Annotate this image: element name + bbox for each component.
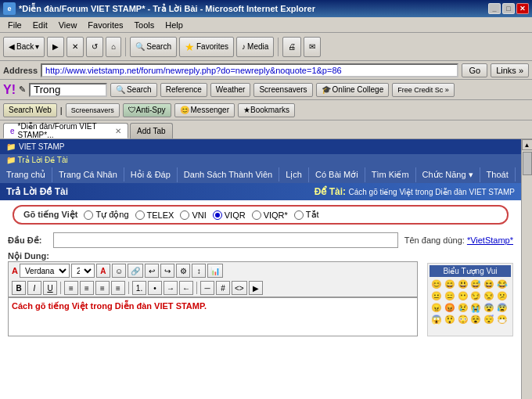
emoji-item[interactable]: 😕 [497, 290, 508, 301]
emoji-item[interactable]: 😂 [497, 279, 508, 289]
bold-button[interactable]: B [12, 281, 26, 295]
go-button[interactable]: Go [462, 63, 487, 77]
nav-hoi-dap[interactable]: Hỏi & Đáp [124, 167, 178, 182]
hr-button[interactable]: ─ [200, 281, 214, 295]
nav-danh-sach[interactable]: Danh Sách Thành Viên [178, 167, 279, 182]
reference-pill[interactable]: Reference [160, 83, 207, 97]
radio-tat[interactable]: Tắt [294, 210, 319, 220]
screensavers2-pill[interactable]: Screensavers [66, 103, 120, 117]
menu-view[interactable]: View [54, 19, 82, 31]
messenger-button[interactable]: 😊 Messenger [174, 103, 235, 117]
emoji-item[interactable]: 😊 [431, 279, 442, 289]
refresh-button[interactable]: ↺ [86, 37, 103, 57]
forward-button[interactable]: ▶ [47, 37, 64, 57]
nav-chuc-nang[interactable]: Chức Năng ▾ [416, 167, 480, 182]
active-tab[interactable]: e *Diễn đàn/Forum VIET STAMP*... ✕ [3, 123, 128, 138]
scroll-up-arrow[interactable]: ▲ [522, 139, 533, 150]
emoji-item[interactable]: 😅 [470, 279, 481, 289]
online-college-pill[interactable]: 🎓 Online College [316, 83, 390, 97]
menu-favorites[interactable]: Favorites [83, 19, 128, 31]
menu-file[interactable]: File [3, 19, 27, 31]
username-link[interactable]: *VietStamp* [467, 235, 513, 245]
size-select[interactable]: 2 [71, 264, 95, 278]
media-insert-button[interactable]: ▶ [249, 281, 263, 295]
nav-co-bai-moi[interactable]: Có Bài Mới [309, 167, 365, 182]
align-right-button[interactable]: ≡ [95, 281, 110, 295]
maximize-button[interactable]: □ [502, 3, 515, 14]
emoji-item[interactable]: 😵 [470, 314, 481, 325]
media-button[interactable]: ♪ Media [236, 37, 274, 57]
radio-viqr-star-btn[interactable] [252, 210, 261, 220]
menu-help[interactable]: Help [160, 19, 188, 31]
radio-vni-btn[interactable] [180, 210, 189, 220]
tab-close-button[interactable]: ✕ [115, 127, 121, 135]
emoji-item[interactable]: 😑 [444, 290, 455, 301]
add-tab-button[interactable]: Add Tab [130, 123, 173, 138]
font-select[interactable]: Verdana [20, 264, 70, 278]
nav-lich[interactable]: Lịch [279, 167, 309, 182]
free-credit-pill[interactable]: Free Credit Sc » [392, 83, 455, 97]
emoji-item[interactable]: 😨 [483, 302, 494, 313]
back-button[interactable]: ◀ Back ▾ [3, 37, 45, 57]
color-button[interactable]: A [96, 264, 110, 278]
radio-viqr-star[interactable]: VIQR* [252, 210, 288, 220]
emoji-item[interactable]: 😄 [444, 279, 455, 289]
links-button[interactable]: Links » [491, 63, 529, 77]
emoji-item[interactable]: 😰 [497, 302, 508, 313]
radio-vni[interactable]: VNI [180, 210, 206, 220]
link-button[interactable]: 🔗 [128, 264, 143, 278]
emoji-item[interactable]: 😐 [431, 290, 442, 301]
search-web-button[interactable]: Search Web [3, 103, 57, 117]
nav-tim-kiem[interactable]: Tìm Kiếm [365, 167, 416, 182]
radio-tu-dong[interactable]: Tự động [84, 210, 128, 220]
emoji-item[interactable]: 😷 [497, 314, 508, 325]
weather-pill[interactable]: Weather [210, 83, 251, 97]
radio-telex[interactable]: TELEX [135, 210, 174, 220]
indent-in-button[interactable]: → [164, 281, 178, 295]
emoji-item[interactable]: 😆 [483, 279, 494, 289]
search-button[interactable]: 🔍 Search [130, 37, 177, 57]
favorites-button[interactable]: ★ Favorites [179, 37, 234, 57]
emoji-item[interactable]: 😡 [444, 302, 455, 313]
emoji-item[interactable]: 😃 [458, 279, 469, 289]
redo-button[interactable]: ↪ [160, 264, 174, 278]
align-left-button[interactable]: ≡ [64, 281, 78, 295]
emoji-item[interactable]: 😳 [458, 314, 469, 325]
scroll-thumb[interactable] [523, 152, 532, 175]
radio-telex-btn[interactable] [135, 210, 145, 220]
stop-button[interactable]: ✕ [66, 37, 84, 57]
address-input[interactable]: http://www.vietstamp.net/forum/newreply.… [41, 63, 458, 77]
menu-tools[interactable]: Tools [130, 19, 160, 31]
nav-trang-chu[interactable]: Trang chủ [0, 167, 52, 182]
align-center-button[interactable]: ≡ [80, 281, 94, 295]
indent-out-button[interactable]: ← [179, 281, 193, 295]
anti-spy-button[interactable]: 🛡 Anti-Spy [123, 103, 171, 117]
emoji-item[interactable]: 😱 [431, 314, 442, 325]
ol-button[interactable]: 1. [132, 281, 146, 295]
chart-button[interactable]: 📊 [207, 264, 223, 278]
vertical-scrollbar[interactable]: ▲ ▼ [521, 139, 532, 399]
undo-button[interactable]: ↩ [145, 264, 159, 278]
smiley-button[interactable]: ☺ [112, 264, 126, 278]
emoji-item[interactable]: 😠 [431, 302, 442, 313]
underline-button[interactable]: U [43, 281, 57, 295]
menu-edit[interactable]: Edit [28, 19, 52, 31]
radio-viqr[interactable]: VIQR [213, 210, 246, 220]
emoji-item[interactable]: 😢 [458, 302, 469, 313]
nav-trang-ca-nhan[interactable]: Trang Cá Nhân [52, 167, 124, 182]
emoji-item[interactable]: 😏 [470, 290, 481, 301]
emoji-item[interactable]: 😲 [444, 314, 455, 325]
mail-button[interactable]: ✉ [304, 37, 321, 57]
emoji-item[interactable]: 😴 [483, 314, 494, 325]
close-button[interactable]: ✕ [516, 3, 529, 14]
emoji-item[interactable]: 😭 [470, 302, 481, 313]
code-button[interactable]: <> [232, 281, 247, 295]
yahoo-search-input[interactable] [29, 83, 107, 97]
hash-button[interactable]: # [216, 281, 230, 295]
dau-de-input[interactable] [53, 232, 398, 248]
extra-button2[interactable]: ↕ [192, 264, 206, 278]
radio-viqr-btn[interactable] [213, 210, 222, 220]
emoji-item[interactable]: 😶 [458, 290, 469, 301]
align-justify-button[interactable]: ≡ [111, 281, 125, 295]
bookmarks-button[interactable]: ★ Bookmarks [238, 103, 295, 117]
